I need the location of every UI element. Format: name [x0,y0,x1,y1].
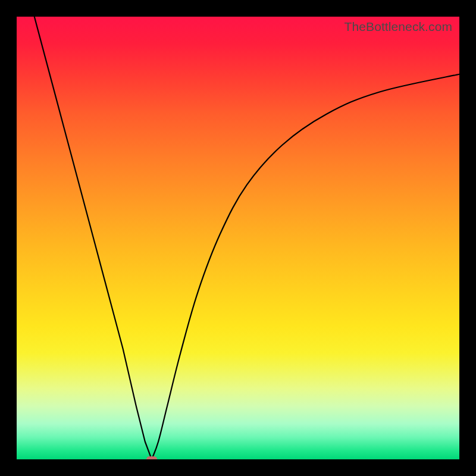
chart-frame: TheBottleneck.com [0,0,476,476]
heat-gradient [17,17,459,459]
optimum-marker [146,456,157,459]
plot-area: TheBottleneck.com [17,17,459,459]
watermark-text: TheBottleneck.com [345,20,452,34]
